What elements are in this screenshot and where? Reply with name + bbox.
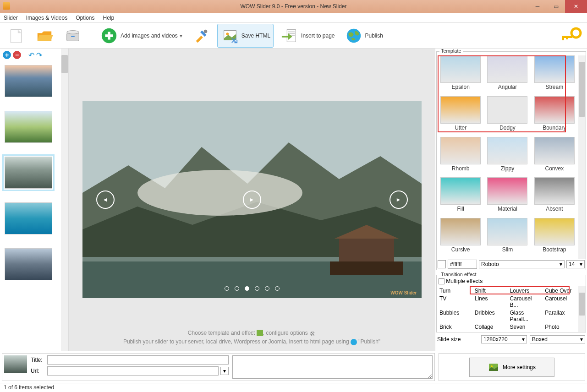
maximize-button[interactable]: ▭ — [547, 0, 565, 13]
remove-slide-button[interactable]: − — [13, 51, 21, 59]
effect-cube[interactable]: Cube — [474, 331, 507, 332]
new-button[interactable] — [4, 24, 28, 47]
tools-button[interactable] — [189, 24, 214, 47]
next-button[interactable]: ► — [390, 191, 408, 209]
fontsize-select[interactable]: 14▾ — [566, 260, 585, 268]
slide-mode-select[interactable]: Boxed▾ — [530, 335, 585, 343]
svg-point-20 — [137, 170, 302, 216]
prev-button[interactable]: ◄ — [96, 191, 115, 209]
template-absent[interactable]: Absent — [532, 177, 577, 217]
svg-point-25 — [491, 365, 493, 367]
effect-lines[interactable]: Lines — [474, 295, 507, 309]
effect-glassparall[interactable]: Glass Parall... — [509, 309, 543, 323]
dot-1[interactable] — [225, 286, 229, 291]
template-boundary[interactable]: Boundary — [532, 96, 577, 136]
effect-blur[interactable]: Blur — [509, 331, 543, 332]
effect-dribbles[interactable]: Dribbles — [474, 309, 507, 323]
thumb-scrollbar[interactable] — [61, 49, 68, 351]
chevron-down-icon: ▾ — [560, 261, 562, 267]
color-swatch[interactable] — [438, 260, 446, 268]
transition-legend: Transition effect — [439, 272, 478, 277]
template-rhomb[interactable]: Rhomb — [438, 137, 483, 177]
save-html-button[interactable]: Save HTML — [217, 24, 274, 48]
svg-point-7 — [203, 29, 207, 33]
menu-slider[interactable]: Slider — [4, 15, 18, 21]
url-input[interactable] — [47, 366, 219, 376]
effect-carousel[interactable]: Carousel — [544, 295, 577, 309]
rotate-right-button[interactable]: ↷ — [36, 51, 42, 60]
effect-collage[interactable]: Collage — [474, 323, 507, 331]
menu-help[interactable]: Help — [103, 15, 115, 21]
effect-shift[interactable]: Shift — [474, 287, 507, 294]
insert-to-page-button[interactable]: Insert to page — [277, 24, 337, 47]
save-button[interactable] — [60, 24, 85, 47]
template-material[interactable]: Material — [484, 177, 530, 217]
publish-label: Publish — [365, 33, 383, 39]
add-slide-button[interactable]: + — [3, 51, 11, 59]
key-icon[interactable] — [560, 27, 582, 46]
color-input[interactable] — [448, 260, 477, 269]
url-dropdown[interactable]: ▾ — [220, 367, 229, 375]
effects-scrollbar[interactable] — [578, 286, 586, 332]
thumbnail-5[interactable] — [5, 248, 52, 280]
play-button[interactable]: ► — [243, 191, 261, 209]
effect-tv[interactable]: TV — [439, 295, 472, 309]
svg-rect-23 — [330, 261, 403, 275]
effect-cubeover[interactable]: Cube Over — [544, 287, 577, 294]
template-epsilon[interactable]: Epsilon — [438, 55, 483, 95]
status-bar: 1 of 6 items selected — [0, 383, 587, 392]
svg-rect-18 — [566, 36, 568, 39]
effect-brick[interactable]: Brick — [439, 323, 472, 331]
preview-area: ◄ ► ► WOW Slider Choose template and eff… — [69, 49, 435, 351]
multiple-effects-checkbox[interactable] — [439, 278, 444, 284]
dot-2[interactable] — [235, 286, 239, 291]
template-fill[interactable]: Fill — [438, 177, 483, 217]
thumbnail-4[interactable] — [5, 202, 52, 234]
chevron-down-icon: ▾ — [522, 336, 525, 343]
dot-3[interactable] — [245, 286, 249, 291]
dot-5[interactable] — [265, 286, 269, 291]
effect-carouselb[interactable]: Carousel B... — [509, 295, 543, 309]
thumbnail-2[interactable] — [5, 111, 52, 143]
dot-6[interactable] — [275, 286, 280, 291]
title-input[interactable] — [47, 355, 229, 365]
effect-seven[interactable]: Seven — [509, 323, 543, 331]
template-scrollbar[interactable] — [578, 55, 586, 259]
thumbnail-3[interactable] — [5, 157, 52, 189]
template-utter[interactable]: Utter — [438, 96, 483, 136]
template-bootstrap[interactable]: Bootstrap — [532, 218, 577, 258]
more-settings-button[interactable]: More settings — [469, 358, 554, 377]
insert-label: Insert to page — [301, 33, 335, 39]
effect-kenburns[interactable]: Kenburns — [439, 331, 472, 332]
template-slim[interactable]: Slim — [484, 218, 530, 258]
save-html-label: Save HTML — [241, 33, 270, 39]
menu-images[interactable]: Images & Videos — [26, 15, 68, 21]
effect-parallax[interactable]: Parallax — [544, 309, 577, 323]
effect-photo[interactable]: Photo — [544, 323, 577, 331]
effect-louvers[interactable]: Louvers — [509, 287, 543, 294]
svg-point-15 — [571, 28, 581, 38]
add-images-button[interactable]: Add images and videos ▾ — [97, 24, 185, 47]
dot-4[interactable] — [255, 286, 259, 291]
template-convex[interactable]: Convex — [532, 137, 577, 177]
font-select[interactable]: Roboto▾ — [479, 260, 565, 268]
open-button[interactable] — [32, 24, 57, 47]
menu-options[interactable]: Options — [76, 15, 94, 21]
template-zippy[interactable]: Zippy — [484, 137, 530, 177]
template-stream[interactable]: Stream — [532, 55, 577, 95]
slide-size-select[interactable]: 1280x720▾ — [481, 335, 527, 343]
effect-bubbles[interactable]: Bubbles — [439, 309, 472, 323]
effect-turn[interactable]: Turn — [439, 287, 472, 294]
description-input[interactable] — [232, 355, 433, 379]
picture-icon — [257, 330, 263, 336]
minimize-button[interactable]: ─ — [528, 0, 547, 13]
publish-button[interactable]: Publish — [341, 24, 386, 47]
rotate-left-button[interactable]: ↶ — [28, 51, 34, 60]
template-cursive[interactable]: Cursive — [438, 218, 483, 258]
thumbnail-1[interactable] — [5, 65, 52, 97]
effect-book[interactable]: Book — [544, 331, 577, 332]
svg-rect-12 — [288, 33, 295, 34]
template-angular[interactable]: Angular — [484, 55, 530, 95]
close-button[interactable]: ✕ — [565, 0, 587, 13]
template-dodgy[interactable]: Dodgy — [484, 96, 530, 136]
